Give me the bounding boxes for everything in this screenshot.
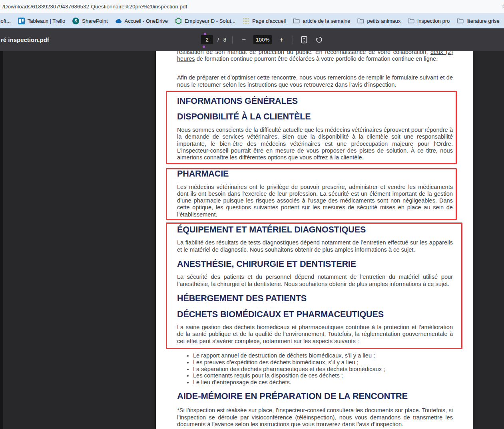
trello-icon [18, 18, 25, 24]
section-title-anesthesie: ANESTHÉSIE, CHIRURGIE ET DENTISTERIE [177, 260, 453, 269]
page-total: 8 [223, 37, 227, 43]
sharepoint-icon: S [72, 18, 79, 24]
section-body-aide-memoire: *Si l’inspection est réalisée sur place,… [177, 407, 453, 428]
section-body-equipement: La fiabilité des résultats de tests diag… [177, 239, 453, 253]
address-bar-url[interactable]: /Downloads/6183923079437686532-Questionn… [2, 4, 187, 10]
bookmark-item-onedrive[interactable]: Accueil - OneDrive [112, 15, 171, 26]
bookmark-folder-inspection-pro[interactable]: inspection pro [404, 15, 453, 26]
page-number-input[interactable]: 2 [201, 35, 213, 44]
bookmark-folder-petits-animaux[interactable]: petits animaux [354, 15, 404, 26]
folder-icon [293, 18, 300, 24]
section-body-dechets: La saine gestion des déchets biomédicaux… [177, 324, 453, 345]
pdf-filename: ré inspection.pdf [1, 28, 49, 51]
section-title-hebergement: HÉBERGEMENT DES PATIENTS [177, 294, 453, 304]
onedrive-cloud-icon [115, 18, 122, 24]
text-selection-handle[interactable] [203, 46, 205, 48]
bookmark-label: article de la semaine [303, 18, 350, 24]
pdf-page: réalisation de son mandat de protection … [156, 51, 473, 429]
section-body-anesthesie: La sécurité des patients et du personnel… [177, 274, 453, 287]
list-item: Les contenants requis pour la dispositio… [193, 372, 453, 379]
list-item: Les preuves d’expédition des déchets bio… [193, 359, 453, 366]
annotation-box-2: PHARMACIE Les médecins vétérinaires ont … [166, 168, 457, 220]
section-body-pharmacie: Les médecins vétérinaires ont le privilè… [177, 184, 453, 218]
bookmark-folder-article[interactable]: article de la semaine [289, 15, 354, 26]
prepare-paragraph: Afin de préparer et d’optimiser cette re… [177, 74, 453, 88]
annotation-box-3: ÉQUIPEMENT ET MATÉRIEL DIAGNOSTIQUES La … [166, 222, 462, 349]
bookmark-item-soft[interactable]: soft... [0, 15, 14, 26]
annotation-box-1: INFORMATIONS GÉNÉRALES DISPONIBILITÉ À L… [166, 91, 457, 164]
toolbar-divider [293, 36, 293, 44]
section-title-dechets: DÉCHETS BIOMÉDICAUX ET PHARMACEUTIQUES [177, 310, 453, 320]
bookmark-label: literature grise [466, 18, 499, 24]
sidebar-edge [0, 51, 3, 429]
zoom-level-input[interactable]: 100% [253, 35, 272, 44]
bookmark-label: Page d'accueil [252, 18, 286, 24]
list-item: Le rapport annuel de destruction de déch… [193, 352, 453, 359]
intro-text-pre: réalisation de son mandat de protection … [177, 51, 430, 55]
bookmarks-bar: soft... Tableaux | Trello S SharePoint A… [0, 13, 504, 28]
page-separator: / [217, 37, 219, 43]
section-title-disponibilite: DISPONIBILITÉ À LA CLIENTÈLE [177, 112, 453, 122]
pdf-viewport[interactable]: réalisation de son mandat de protection … [0, 51, 504, 429]
hexagon-icon [175, 18, 182, 24]
zoom-out-button[interactable]: − [239, 35, 249, 45]
section-title-aide-memoire: AIDE-MÉMOIRE EN PRÉPARATION DE LA RENCON… [177, 391, 453, 401]
dot-grid-icon [243, 18, 249, 24]
intro-text-post: de formation continue pourront être décl… [195, 56, 438, 62]
folder-icon [357, 18, 364, 24]
bookmark-label: inspection pro [417, 18, 450, 24]
bookmark-star-icon[interactable]: ☆ [501, 2, 504, 10]
bookmark-label: soft... [0, 18, 11, 24]
section-title-informations-generales: INFORMATIONS GÉNÉRALES [177, 97, 453, 106]
bookmark-label: petits animaux [367, 18, 400, 24]
toolbar-divider [232, 36, 233, 44]
bookmark-label: Tableaux | Trello [28, 18, 65, 24]
zoom-in-button[interactable]: + [276, 35, 287, 45]
bookmark-label: SharePoint [82, 18, 108, 24]
section-body-disponibilite: Nous sommes conscients de la difficulté … [177, 127, 453, 161]
section-title-equipement: ÉQUIPEMENT ET MATÉRIEL DIAGNOSTIQUES [177, 225, 453, 235]
folder-icon [408, 18, 414, 24]
bookmark-item-trello[interactable]: Tableaux | Trello [14, 15, 69, 26]
rotate-button[interactable] [314, 35, 324, 45]
dechets-bullet-list: Le rapport annuel de destruction de déch… [177, 352, 453, 386]
sharepoint-letter: S [72, 18, 79, 24]
folder-icon [457, 18, 464, 24]
list-item: La séparation des déchets pharmaceutique… [193, 366, 453, 373]
intro-paragraph: réalisation de son mandat de protection … [177, 51, 453, 62]
list-item: Le lieu d’entreposage de ces déchets. [193, 379, 453, 386]
address-bar[interactable]: /Downloads/6183923079437686532-Questionn… [0, 0, 504, 13]
bookmark-label: Employeur D - Solut... [185, 18, 235, 24]
bookmark-folder-literature-grise[interactable]: literature grise [453, 15, 503, 26]
fit-to-page-button[interactable] [299, 35, 309, 45]
bookmark-item-accueil[interactable]: Page d'accueil [239, 15, 289, 26]
bookmark-item-employeur[interactable]: Employeur D - Solut... [171, 15, 239, 26]
text-selection-handle[interactable] [204, 33, 206, 35]
pdf-toolbar: ré inspection.pdf 2 / 8 − 100% + [0, 28, 504, 51]
section-title-pharmacie: PHARMACIE [177, 169, 453, 179]
bookmark-label: Accueil - OneDrive [125, 18, 168, 24]
bookmark-item-sharepoint[interactable]: S SharePoint [69, 15, 111, 26]
